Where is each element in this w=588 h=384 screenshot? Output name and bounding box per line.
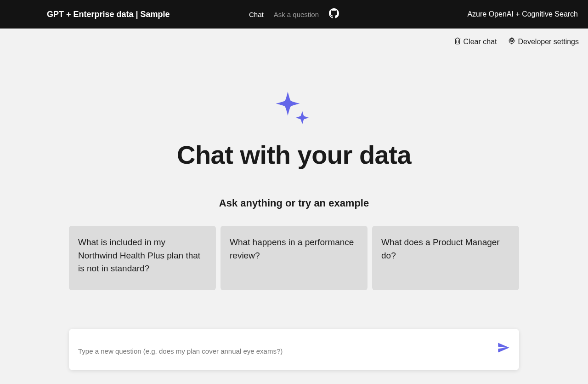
app-title: GPT + Enterprise data | Sample [9,10,170,19]
developer-settings-label: Developer settings [518,38,579,46]
github-icon[interactable] [329,8,339,20]
chat-input-container [69,329,519,370]
trash-icon [453,37,462,47]
nav-ask-question[interactable]: Ask a question [274,11,319,18]
clear-chat-button[interactable]: Clear chat [453,37,497,47]
page-title: Chat with your data [177,140,411,170]
clear-chat-label: Clear chat [464,38,497,46]
header-right-text: Azure OpenAI + Cognitive Search [467,10,579,18]
example-card[interactable]: What does a Product Manager do? [372,226,519,290]
toolbar: Clear chat Developer settings [0,29,588,47]
example-card[interactable]: What is included in my Northwind Health … [69,226,216,290]
example-card[interactable]: What happens in a performance review? [220,226,368,290]
example-cards: What is included in my Northwind Health … [69,226,519,290]
sparkle-icon [273,88,315,140]
gear-icon [508,37,516,47]
header: GPT + Enterprise data | Sample Chat Ask … [0,0,588,29]
chat-input[interactable] [78,344,497,355]
send-button[interactable] [497,341,510,358]
main: Chat with your data Ask anything or try … [0,47,588,370]
developer-settings-button[interactable]: Developer settings [508,37,579,47]
nav-chat[interactable]: Chat [249,11,264,18]
nav: Chat Ask a question [249,8,339,20]
subtitle: Ask anything or try an example [219,197,369,209]
